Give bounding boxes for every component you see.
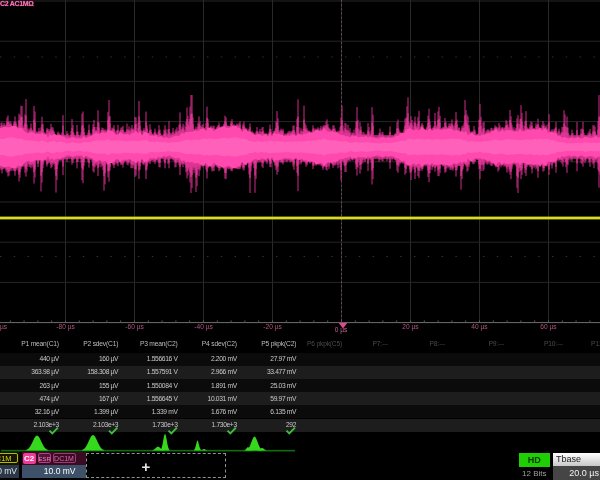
svg-text:-20 µs: -20 µs (263, 323, 282, 331)
svg-text:-80 µs: -80 µs (56, 323, 75, 331)
svg-text:-40 µs: -40 µs (194, 323, 213, 331)
svg-text:-100 µs: -100 µs (0, 323, 8, 331)
svg-text:40 µs: 40 µs (471, 323, 488, 331)
svg-text:60 µs: 60 µs (540, 323, 557, 331)
svg-text:-60 µs: -60 µs (125, 323, 144, 331)
svg-text:0 µs: 0 µs (335, 326, 348, 334)
svg-text:20 µs: 20 µs (402, 323, 419, 331)
